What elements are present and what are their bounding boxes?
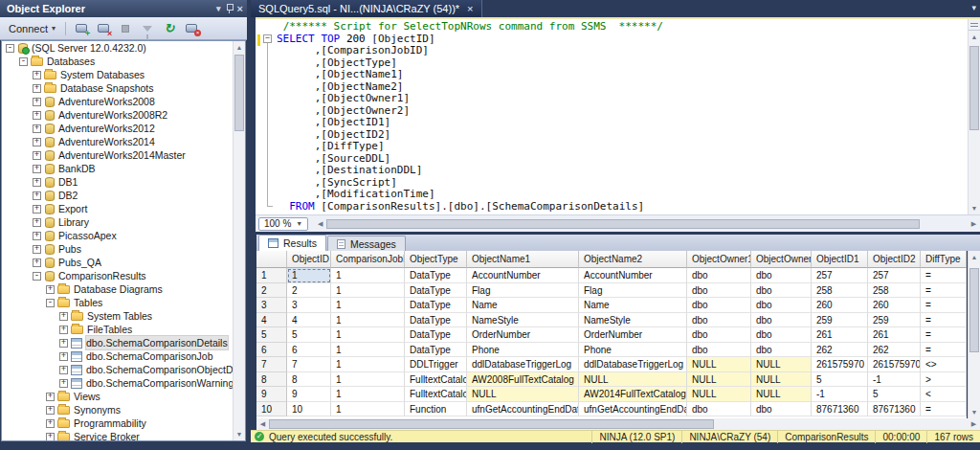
- scrollbar-thumb[interactable]: [234, 55, 244, 131]
- cell[interactable]: 3: [287, 298, 331, 313]
- tree-item[interactable]: +Database Snapshots: [2, 81, 245, 95]
- cell[interactable]: ufnGetAccountingEndDate: [467, 402, 579, 417]
- cell[interactable]: dbo: [751, 283, 812, 299]
- stop-button[interactable]: [116, 19, 135, 37]
- tree-item[interactable]: +AdventureWorks2014Master: [2, 148, 245, 162]
- expander-icon[interactable]: +: [46, 433, 55, 441]
- scrollbar-thumb[interactable]: [969, 268, 979, 352]
- column-header[interactable]: ComparisonJobID: [331, 251, 405, 268]
- scrollbar-thumb[interactable]: [269, 419, 714, 429]
- tree-item[interactable]: +Database Diagrams: [2, 282, 245, 296]
- remove-server-button[interactable]: ×: [182, 19, 201, 37]
- expander-icon[interactable]: +: [33, 111, 41, 120]
- scroll-left-icon[interactable]: ◀: [256, 418, 269, 430]
- tab-messages[interactable]: Messages: [327, 236, 406, 251]
- expander-icon[interactable]: +: [33, 165, 41, 173]
- tree-item[interactable]: +Pubs: [2, 242, 245, 256]
- scrollbar-thumb[interactable]: [969, 46, 979, 130]
- cell[interactable]: AccountNumber: [579, 268, 687, 283]
- tree-item[interactable]: +FileTables: [2, 323, 245, 336]
- cell[interactable]: NULL: [751, 357, 812, 372]
- column-header[interactable]: ObjectName2: [579, 251, 687, 268]
- cell[interactable]: OrderNumber: [579, 327, 687, 343]
- cell[interactable]: 10: [287, 402, 331, 417]
- cell[interactable]: Name: [467, 298, 579, 313]
- expander-icon[interactable]: +: [33, 84, 41, 93]
- row-number[interactable]: 2: [256, 283, 287, 299]
- row-number[interactable]: 5: [256, 327, 287, 343]
- cell[interactable]: =: [921, 402, 967, 417]
- scroll-up-icon[interactable]: ▲: [969, 31, 980, 43]
- tree-item[interactable]: +Views: [2, 390, 245, 403]
- cell[interactable]: AccountNumber: [467, 268, 579, 283]
- cell[interactable]: >: [921, 372, 967, 388]
- cell[interactable]: Phone: [467, 343, 579, 358]
- tree-item[interactable]: +PicassoApex: [2, 229, 245, 242]
- cell[interactable]: =: [921, 283, 967, 299]
- cell[interactable]: -1: [868, 372, 921, 388]
- expander-icon[interactable]: +: [33, 151, 41, 160]
- tree-item[interactable]: +Library: [2, 215, 245, 229]
- cell[interactable]: NULL: [687, 372, 751, 388]
- cell[interactable]: dbo: [687, 298, 751, 313]
- cell[interactable]: 1: [331, 402, 405, 417]
- expander-icon[interactable]: -: [33, 272, 41, 281]
- row-number[interactable]: 4: [256, 313, 287, 328]
- cell[interactable]: dbo: [751, 313, 812, 328]
- cell[interactable]: 4: [287, 313, 331, 328]
- cell[interactable]: 261: [868, 327, 921, 343]
- cell[interactable]: 2: [287, 283, 331, 299]
- cell[interactable]: dbo: [687, 402, 751, 417]
- cell[interactable]: 5: [812, 372, 868, 388]
- cell[interactable]: 262: [812, 343, 868, 358]
- cell[interactable]: DataType: [405, 313, 467, 328]
- tree-item[interactable]: +Programmability: [2, 416, 245, 430]
- cell[interactable]: 8: [287, 372, 331, 388]
- pin-icon[interactable]: [226, 4, 233, 13]
- window-menu-icon[interactable]: ▾: [216, 4, 221, 13]
- cell[interactable]: <>: [921, 357, 967, 372]
- refresh-button[interactable]: ↻: [160, 19, 179, 37]
- column-header[interactable]: ObjectName1: [467, 251, 579, 268]
- tree-item[interactable]: +AdventureWorks2012: [2, 122, 245, 135]
- scroll-down-icon[interactable]: ▼: [234, 428, 245, 440]
- cell[interactable]: NameStyle: [579, 313, 687, 328]
- column-header[interactable]: ObjectOwner1: [687, 251, 751, 268]
- scrollbar-thumb[interactable]: [326, 219, 920, 229]
- cell[interactable]: 1: [331, 357, 405, 372]
- expander-icon[interactable]: +: [33, 259, 41, 267]
- zoom-level-select[interactable]: 100 % ▼: [258, 217, 308, 231]
- scrollbar-track[interactable]: [269, 418, 968, 430]
- cell[interactable]: 1: [331, 343, 405, 358]
- column-header[interactable]: ObjectID1: [812, 251, 868, 268]
- cell[interactable]: 5: [868, 387, 921, 402]
- cell[interactable]: =: [921, 298, 967, 313]
- cell[interactable]: =: [921, 327, 967, 343]
- cell[interactable]: ddlDatabaseTriggerLog: [467, 357, 579, 372]
- filter-button[interactable]: [138, 19, 157, 37]
- scrollbar-track[interactable]: [326, 218, 968, 230]
- expander-icon[interactable]: -: [19, 57, 28, 66]
- cell[interactable]: Function: [405, 402, 467, 417]
- tree-item[interactable]: +DB2: [2, 189, 245, 202]
- close-tab-icon[interactable]: ×: [467, 4, 473, 14]
- cell[interactable]: 1: [331, 327, 405, 343]
- tree-item[interactable]: +System Tables: [2, 309, 245, 323]
- cell[interactable]: 9: [287, 387, 331, 402]
- scroll-left-icon[interactable]: ◀: [314, 218, 326, 230]
- tree-scrollbar[interactable]: ▲ ▼: [233, 41, 245, 440]
- row-number[interactable]: 8: [256, 372, 287, 388]
- scroll-right-icon[interactable]: ▶: [968, 218, 980, 230]
- cell[interactable]: AW2008FullTextCatalog: [467, 372, 579, 388]
- scroll-up-icon[interactable]: ▲: [969, 251, 980, 263]
- tree-item[interactable]: -Tables: [2, 296, 245, 309]
- cell[interactable]: 257: [868, 268, 921, 283]
- expander-icon[interactable]: +: [33, 245, 41, 254]
- tree-item[interactable]: +Synonyms: [2, 403, 245, 416]
- expander-icon[interactable]: +: [59, 352, 68, 361]
- row-number[interactable]: 6: [256, 343, 287, 358]
- cell[interactable]: dbo: [687, 327, 751, 343]
- cell[interactable]: dbo: [751, 298, 812, 313]
- grid-hscrollbar[interactable]: ◀ ▶: [251, 418, 980, 430]
- cell[interactable]: -1: [812, 387, 868, 402]
